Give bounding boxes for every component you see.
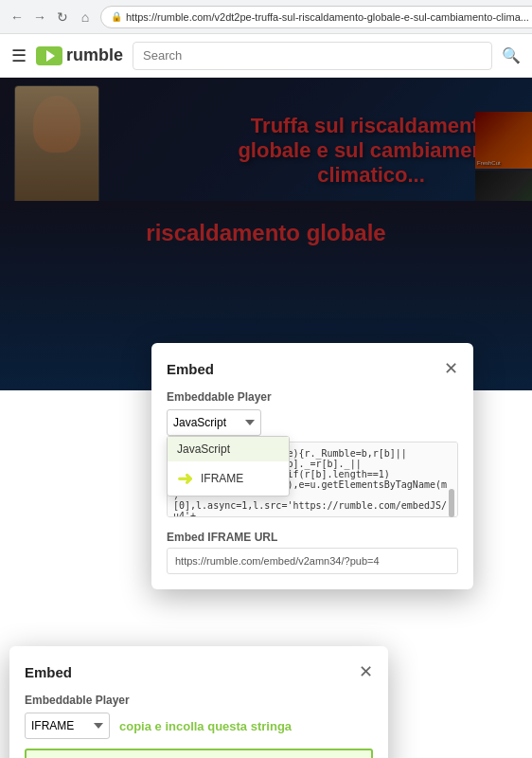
url-text: https://rumble.com/v2dt2pe-truffa-sul-ri…	[126, 11, 529, 23]
modal-1-close-button[interactable]: ✕	[444, 358, 458, 379]
modal-2-player-label: Embeddable Player	[25, 694, 373, 707]
dropdown-menu: JavaScript ➜ IFRAME	[167, 436, 290, 496]
nav-buttons: ← → ↻ ⌂	[8, 8, 95, 27]
lock-icon: 🔒	[111, 11, 122, 22]
back-button[interactable]: ←	[8, 8, 27, 27]
dropdown-item-iframe[interactable]: ➜ IFRAME	[168, 461, 289, 496]
embed-modal-1: Embed ✕ Embeddable Player JavaScript IFR…	[151, 343, 473, 589]
modal-2-close-button[interactable]: ✕	[359, 661, 373, 682]
modal-1-player-label: Embeddable Player	[167, 390, 458, 404]
refresh-button[interactable]: ↻	[53, 8, 72, 27]
rumble-logo[interactable]: rumble	[36, 45, 123, 65]
iframe-type-select[interactable]: IFRAME JavaScript	[25, 713, 110, 739]
scrollbar-thumb[interactable]	[449, 489, 454, 517]
arrow-left-icon: ➜	[177, 467, 193, 490]
search-input[interactable]	[133, 42, 492, 70]
main-content: MARC MORANO Truffa sul riscaldamento glo…	[0, 78, 532, 390]
modal-2-title: Embed	[25, 664, 72, 680]
modal-1-url-label: Embed IFRAME URL	[167, 531, 458, 544]
modal-1-header: Embed ✕	[167, 358, 458, 379]
browser-bar: ← → ↻ ⌂ 🔒 https://rumble.com/v2dt2pe-tru…	[0, 0, 532, 34]
iframe-code-input[interactable]	[25, 749, 373, 758]
modal-2-header: Embed ✕	[25, 661, 373, 682]
home-button[interactable]: ⌂	[76, 8, 95, 27]
dropdown-item-js[interactable]: JavaScript	[168, 437, 289, 461]
menu-icon[interactable]: ☰	[11, 45, 27, 66]
address-bar[interactable]: 🔒 https://rumble.com/v2dt2pe-truffa-sul-…	[100, 6, 532, 28]
copy-hint: copia e incolla questa stringa	[119, 719, 292, 733]
player-type-select[interactable]: JavaScript IFRAME	[167, 409, 261, 436]
rumble-play-icon	[36, 46, 62, 65]
scrollbar-track	[449, 489, 454, 517]
forward-button[interactable]: →	[30, 8, 49, 27]
player-type-dropdown: JavaScript IFRAME JavaScript ➜ IFRAME	[167, 409, 458, 436]
embed-modal-2: Embed ✕ Embeddable Player IFRAME JavaScr…	[9, 646, 388, 758]
search-icon[interactable]: 🔍	[502, 46, 521, 64]
modal-1-url-input[interactable]	[167, 548, 458, 574]
logo-text: rumble	[66, 45, 123, 65]
modal-1-title: Embed	[167, 361, 214, 377]
rumble-navbar: ☰ rumble 🔍	[0, 34, 532, 78]
iframe-select-row: IFRAME JavaScript copia e incolla questa…	[25, 713, 373, 739]
